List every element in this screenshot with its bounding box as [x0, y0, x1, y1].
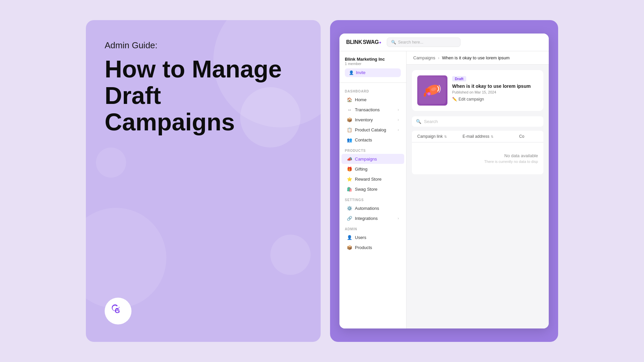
sidebar-item-reward-store[interactable]: ⭐ Reward Store — [341, 174, 404, 184]
chevron-right-icon: › — [398, 118, 399, 122]
sidebar-item-product-catalog[interactable]: 📋 Product Catalog › — [341, 125, 404, 135]
sidebar-item-inventory[interactable]: 📦 Inventory › — [341, 115, 404, 125]
g-logo-icon: G — [111, 304, 125, 318]
sidebar-item-campaigns[interactable]: 📣 Campaigns — [341, 154, 404, 164]
top-search-bar[interactable]: 🔍 Search here... — [387, 38, 461, 47]
sidebar: Blink Marketing Inc 1 member 👤 Invite DA… — [339, 51, 407, 328]
deco-circle-2 — [270, 235, 311, 275]
sidebar-item-gifting[interactable]: 🎁 Gifting — [341, 164, 404, 174]
product-catalog-icon: 📋 — [347, 127, 352, 132]
right-panel: BLINK SWAG✦ 🔍 Search here... Blink Marke… — [330, 20, 558, 342]
campaign-date: Published on Mar 15, 2024 — [452, 90, 538, 94]
sort-icon: ⇅ — [444, 135, 447, 138]
sidebar-label-automations: Automations — [355, 206, 379, 211]
main-container: Admin Guide: How to Manage Draft Campaig… — [0, 0, 644, 362]
automations-icon: ⚙️ — [347, 205, 352, 211]
products-admin-icon: 📦 — [347, 245, 352, 250]
sidebar-section-products: PRODUCTS — [339, 145, 406, 154]
sidebar-label-campaigns: Campaigns — [355, 157, 377, 162]
campaign-title: When is it okay to use lorem ipsum — [452, 83, 538, 89]
breadcrumb-separator: › — [438, 56, 439, 60]
sidebar-section-admin: ADMIN — [339, 223, 406, 232]
reward-store-icon: ⭐ — [347, 176, 352, 182]
breadcrumb-current: When is it okay to use lorem ipsum — [442, 55, 510, 60]
contacts-icon: 👥 — [347, 137, 352, 142]
admin-guide-label: Admin Guide: — [105, 40, 302, 51]
sidebar-label-products-admin: Products — [355, 245, 372, 250]
table-col-campaign-link[interactable]: Campaign link ⇅ — [417, 134, 463, 139]
table-col-extra: Co — [519, 134, 538, 139]
invite-label: Invite — [356, 70, 366, 75]
sidebar-item-users[interactable]: 👤 Users — [341, 232, 404, 242]
sidebar-label-reward-store: Reward Store — [355, 177, 381, 182]
sidebar-item-contacts[interactable]: 👥 Contacts — [341, 135, 404, 145]
campaign-info: Draft When is it okay to use lorem ipsum… — [452, 75, 538, 102]
col-label-email: E-mail address — [463, 134, 489, 139]
col-label-extra: Co — [519, 134, 524, 139]
edit-campaign-button[interactable]: ✏️ Edit campaign — [452, 97, 484, 102]
org-members: 1 member — [345, 62, 401, 66]
org-section: Blink Marketing Inc 1 member 👤 Invite — [339, 57, 406, 83]
main-title: How to Manage Draft Campaigns — [105, 56, 302, 136]
chevron-right-icon: › — [398, 128, 399, 132]
sidebar-label-inventory: Inventory — [355, 117, 373, 122]
user-plus-icon: 👤 — [349, 70, 354, 75]
col-label-campaign-link: Campaign link — [417, 134, 443, 139]
breadcrumb: Campaigns › When is it okay to use lorem… — [407, 51, 549, 65]
draft-badge: Draft — [452, 76, 466, 81]
sidebar-item-home[interactable]: 🏠 Home — [341, 95, 404, 105]
content-search-placeholder: Search — [424, 119, 438, 124]
data-table: Campaign link ⇅ E-mail address ⇅ Co — [412, 131, 543, 174]
breadcrumb-parent[interactable]: Campaigns — [413, 55, 435, 60]
bottom-logo: G — [105, 298, 131, 324]
top-bar: BLINK SWAG✦ 🔍 Search here... — [339, 34, 549, 51]
left-panel: Admin Guide: How to Manage Draft Campaig… — [86, 20, 321, 342]
svg-point-8 — [428, 93, 430, 95]
sidebar-item-integrations[interactable]: 🔗 Integrations › — [341, 213, 404, 223]
sidebar-label-home: Home — [355, 97, 367, 102]
inventory-icon: 📦 — [347, 117, 352, 122]
sidebar-label-gifting: Gifting — [355, 167, 368, 172]
sidebar-label-transactions: Transactions — [355, 107, 380, 112]
sidebar-item-automations[interactable]: ⚙️ Automations — [341, 203, 404, 213]
campaign-image — [417, 75, 447, 106]
brand-blink: BLINK — [346, 39, 362, 45]
sidebar-label-integrations: Integrations — [355, 216, 378, 221]
swag-store-icon: 🛍️ — [347, 186, 352, 192]
content-search-bar[interactable]: 🔍 Search — [412, 116, 543, 127]
sidebar-item-products-admin[interactable]: 📦 Products — [341, 242, 404, 252]
megaphone-graphic — [419, 77, 446, 104]
chevron-right-icon: › — [398, 108, 399, 112]
sidebar-section-dashboard: DASHBOARD — [339, 85, 406, 95]
content-area: Draft When is it okay to use lorem ipsum… — [407, 65, 549, 328]
campaign-card: Draft When is it okay to use lorem ipsum… — [412, 70, 543, 111]
no-data-title: No data available — [417, 153, 538, 158]
campaigns-icon: 📣 — [347, 156, 352, 162]
search-icon: 🔍 — [391, 40, 396, 45]
search-placeholder: Search here... — [398, 40, 423, 45]
no-data-section: No data available There is currently no … — [412, 142, 543, 174]
sort-icon: ⇅ — [491, 135, 493, 138]
sidebar-item-swag-store[interactable]: 🛍️ Swag Store — [341, 184, 404, 194]
invite-button[interactable]: 👤 Invite — [345, 68, 401, 77]
sidebar-label-users: Users — [355, 235, 366, 240]
app-body: Blink Marketing Inc 1 member 👤 Invite DA… — [339, 51, 549, 328]
brand-logo: BLINK SWAG✦ — [346, 39, 381, 45]
edit-campaign-label: Edit campaign — [459, 97, 484, 102]
sidebar-item-transactions[interactable]: ↔️ Transactions › — [341, 105, 404, 115]
sidebar-label-product-catalog: Product Catalog — [355, 127, 386, 132]
home-icon: 🏠 — [347, 97, 352, 102]
sidebar-section-settings: SETTINGS — [339, 194, 406, 203]
gifting-icon: 🎁 — [347, 166, 352, 172]
chevron-right-icon: › — [398, 217, 399, 220]
table-col-email[interactable]: E-mail address ⇅ — [463, 134, 519, 139]
main-content: Campaigns › When is it okay to use lorem… — [407, 51, 549, 328]
app-window: BLINK SWAG✦ 🔍 Search here... Blink Marke… — [339, 34, 549, 328]
transactions-icon: ↔️ — [347, 107, 352, 112]
integrations-icon: 🔗 — [347, 216, 352, 221]
sidebar-label-contacts: Contacts — [355, 137, 372, 142]
sidebar-label-swag-store: Swag Store — [355, 187, 377, 192]
deco-circle-3 — [96, 147, 126, 178]
brand-swag: SWAG✦ — [363, 39, 381, 45]
svg-text:G: G — [115, 307, 120, 314]
